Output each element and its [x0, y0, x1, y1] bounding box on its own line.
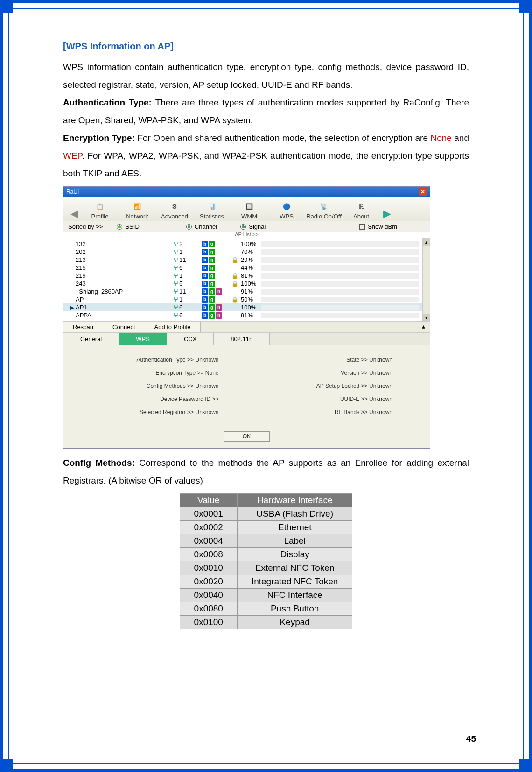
sort-signal-option[interactable]: Signal: [240, 223, 266, 230]
ap-ssid: 215: [76, 264, 174, 271]
mode-b-icon: b: [202, 265, 208, 271]
toolbar-statistics[interactable]: 📊Statistics: [193, 200, 231, 220]
mode-b-icon: b: [202, 249, 208, 255]
ap-ssid: 213: [76, 256, 174, 263]
tab-general[interactable]: General: [63, 333, 119, 345]
info-line: AP Setup Locked >> Unknown: [247, 383, 412, 389]
table-cell: Label: [237, 534, 352, 548]
ap-ssid: 132: [76, 240, 174, 247]
ap-signal-percent: 70%: [241, 248, 261, 255]
toolbar-radioonoff[interactable]: 📡Radio On/Off: [305, 200, 343, 220]
table-cell: 0x0020: [180, 575, 237, 589]
signal-bar: [261, 289, 419, 295]
toolbar-icon: 📡: [316, 200, 331, 213]
toolbar-about[interactable]: ℝAbout: [343, 200, 380, 220]
toolbar-profile[interactable]: 📋Profile: [81, 200, 119, 220]
toolbar-icon: 📶: [130, 200, 145, 213]
ap-mode: bg: [202, 249, 231, 255]
connect-button[interactable]: Connect: [103, 322, 145, 332]
mode-b-icon: b: [202, 288, 208, 295]
scrollbar[interactable]: ▴ ▾: [422, 238, 430, 321]
info-line: RF Bands >> Unknown: [247, 409, 412, 415]
paragraph: Authentication Type: There are three typ…: [63, 94, 469, 129]
paragraph: WPS information contain authentication t…: [63, 58, 469, 94]
ap-mode: bg: [202, 273, 231, 279]
table-row: 0x0080Push Button: [180, 602, 352, 616]
ap-channel: ⵖ5: [174, 280, 202, 287]
toolbar-wps[interactable]: 🔵WPS: [268, 200, 305, 220]
enc-type-label: Encryption Type:: [63, 133, 137, 143]
signal-bar: [261, 273, 419, 279]
ap-row[interactable]: 219ⵖ1bg🔒81%: [63, 272, 430, 280]
radio-icon: [117, 224, 122, 230]
nav-prev-arrow[interactable]: ◀: [67, 208, 81, 220]
nav-next-arrow[interactable]: ▶: [380, 208, 394, 220]
antenna-icon: ⵖ: [174, 312, 178, 319]
lock-icon: 🔒: [231, 296, 241, 303]
page-content: [WPS Information on AP] WPS information …: [63, 41, 469, 629]
toolbar-icon: 📊: [204, 200, 219, 213]
ap-row[interactable]: ▶AP1ⵖ6bgn100%: [63, 303, 430, 311]
sort-channel-option[interactable]: Channel: [186, 223, 217, 230]
add-to-profile-button[interactable]: Add to Profile: [145, 322, 201, 332]
ap-ssid: 219: [76, 272, 174, 279]
ap-channel: ⵖ6: [174, 312, 202, 319]
mode-b-icon: b: [202, 257, 208, 263]
table-cell: Keypad: [237, 616, 352, 629]
show-dbm-option[interactable]: Show dBm: [359, 223, 397, 230]
scroll-up-icon[interactable]: ▴: [423, 238, 430, 246]
info-line: Device Password ID >>: [82, 396, 247, 402]
ap-row[interactable]: 132ⵖ2bg100%: [63, 240, 430, 248]
scroll-down-icon[interactable]: ▾: [423, 314, 430, 321]
mode-b-icon: b: [202, 296, 208, 303]
tab-80211n[interactable]: 802.11n: [214, 333, 270, 345]
info-col-right: State >> UnknownVersion >> UnknownAP Set…: [247, 357, 412, 422]
info-line: Authentication Type >> Unknown: [82, 357, 247, 363]
ap-mode: bg: [202, 265, 231, 271]
ap-row[interactable]: 215ⵖ6bg44%: [63, 264, 430, 272]
info-col-left: Authentication Type >> UnknownEncryption…: [82, 357, 247, 422]
toolbar-icon: 🔲: [242, 200, 257, 213]
rescan-button[interactable]: Rescan: [63, 322, 103, 332]
mode-g-icon: g: [209, 312, 215, 319]
toolbar-advanced[interactable]: ⚙Advanced: [156, 200, 193, 220]
antenna-icon: ⵖ: [174, 304, 178, 311]
signal-bar: [261, 281, 419, 287]
mode-g-icon: g: [209, 257, 215, 263]
ap-ssid: AP: [76, 296, 174, 303]
tab-ccx[interactable]: CCX: [167, 333, 214, 345]
ap-list-label: AP List >>: [63, 232, 430, 237]
toolbar-network[interactable]: 📶Network: [119, 200, 156, 220]
enc-and: and: [452, 133, 469, 143]
lock-icon: 🔒: [231, 273, 241, 279]
raui-app-window: RaUI ✕ ◀ 📋Profile📶Network⚙Advanced📊Stati…: [63, 186, 430, 449]
table-cell: USBA (Flash Drive): [237, 507, 352, 521]
antenna-icon: ⵖ: [174, 288, 178, 295]
table-cell: 0x0040: [180, 589, 237, 602]
ap-row[interactable]: 202ⵖ1bg70%: [63, 248, 430, 256]
ap-list: 132ⵖ2bg100%202ⵖ1bg70%213ⵖ11bg🔒29%215ⵖ6bg…: [63, 238, 430, 321]
tab-wps[interactable]: WPS: [119, 333, 167, 345]
row-selected-icon: ▶: [70, 304, 76, 311]
auth-type-label: Authentication Type:: [63, 98, 155, 107]
ap-row[interactable]: APⵖ1bg🔒50%: [63, 295, 430, 303]
ap-signal-percent: 100%: [241, 304, 261, 311]
table-cell: External NFC Token: [237, 561, 352, 575]
antenna-icon: ⵖ: [174, 280, 178, 287]
toolbar-wmm[interactable]: 🔲WMM: [231, 200, 268, 220]
ap-row[interactable]: _Shiang_2860APⵖ11bgn91%: [63, 288, 430, 295]
table-cell: 0x0001: [180, 507, 237, 521]
sort-ssid-option[interactable]: SSID: [117, 223, 139, 230]
signal-bar: [261, 257, 419, 263]
table-cell: 0x0004: [180, 534, 237, 548]
ap-row[interactable]: 243ⵖ5bg🔒100%: [63, 280, 430, 288]
info-line: Version >> Unknown: [247, 370, 412, 376]
info-line: Config Methods >> Unknown: [82, 383, 247, 389]
close-button[interactable]: ✕: [419, 188, 427, 196]
ap-row[interactable]: 213ⵖ11bg🔒29%: [63, 256, 430, 264]
table-header: Value: [180, 494, 237, 507]
ap-row[interactable]: APPAⵖ6bgn91%: [63, 311, 430, 319]
config-methods-table: ValueHardware Interface 0x0001USBA (Flas…: [180, 493, 353, 629]
ok-button[interactable]: OK: [224, 431, 270, 442]
collapse-arrow[interactable]: ▴: [417, 322, 430, 332]
